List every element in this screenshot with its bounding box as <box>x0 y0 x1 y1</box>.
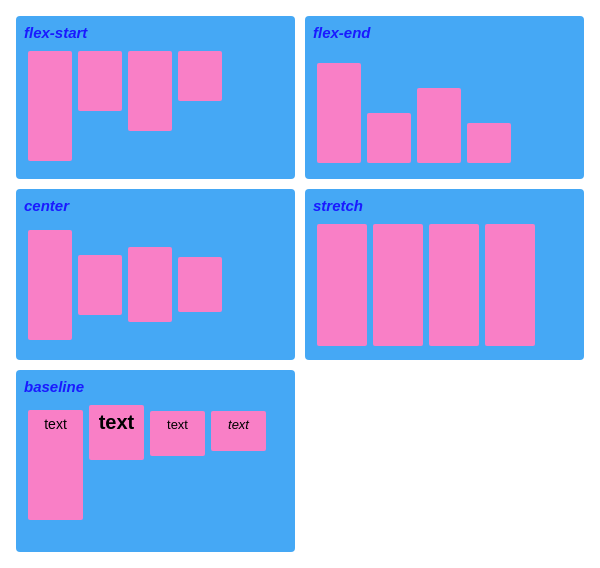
stretch-container <box>313 220 576 350</box>
page-container: flex-start flex-end center stretch <box>0 0 600 568</box>
center-demo: center <box>16 189 295 361</box>
center-container <box>24 220 287 350</box>
flex-end-item-1 <box>317 63 361 163</box>
stretch-label: stretch <box>313 197 576 214</box>
baseline-label: baseline <box>24 378 287 395</box>
flex-start-label: flex-start <box>24 24 287 41</box>
flex-start-container <box>24 47 287 167</box>
flex-end-container <box>313 47 576 167</box>
baseline-text-3: text <box>167 417 188 432</box>
flex-start-item-3 <box>128 51 172 131</box>
baseline-item-3: text <box>150 411 205 456</box>
flex-start-item-4 <box>178 51 222 101</box>
center-item-2 <box>78 255 122 315</box>
baseline-demo: baseline text text text text <box>16 370 295 552</box>
flex-end-label: flex-end <box>313 24 576 41</box>
flex-end-item-2 <box>367 113 411 163</box>
flex-end-item-4 <box>467 123 511 163</box>
flex-start-item-2 <box>78 51 122 111</box>
stretch-item-1 <box>317 224 367 346</box>
stretch-item-2 <box>373 224 423 346</box>
spacer <box>305 370 584 552</box>
baseline-text-1: text <box>44 416 67 432</box>
stretch-item-3 <box>429 224 479 346</box>
baseline-item-1: text <box>28 410 83 520</box>
stretch-item-4 <box>485 224 535 346</box>
center-label: center <box>24 197 287 214</box>
baseline-text-4: text <box>228 417 249 432</box>
center-item-4 <box>178 257 222 312</box>
flex-end-item-3 <box>417 88 461 163</box>
baseline-container: text text text text <box>24 401 287 541</box>
baseline-item-2: text <box>89 405 144 460</box>
flex-start-demo: flex-start <box>16 16 295 179</box>
center-item-3 <box>128 247 172 322</box>
flex-end-demo: flex-end <box>305 16 584 179</box>
baseline-item-4: text <box>211 411 266 451</box>
flex-start-item-1 <box>28 51 72 161</box>
stretch-demo: stretch <box>305 189 584 361</box>
baseline-text-2: text <box>99 411 135 434</box>
center-item-1 <box>28 230 72 340</box>
